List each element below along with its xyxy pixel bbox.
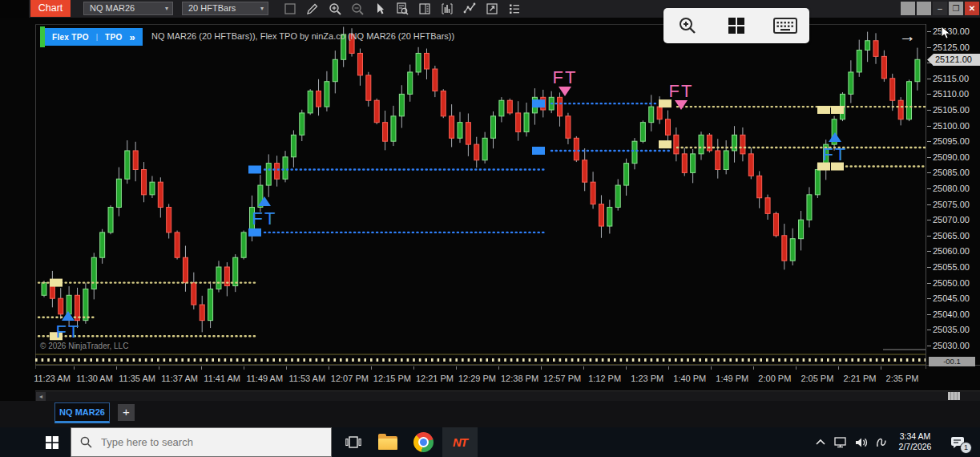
folder-icon — [378, 436, 397, 450]
chart-trader-icon[interactable] — [417, 2, 432, 17]
flex-tpo-toolbar[interactable]: Flex TPO | TPO » — [40, 28, 143, 46]
draw-pencil-icon[interactable] — [304, 2, 320, 17]
network-ethernet-icon — [834, 437, 848, 448]
volume-button[interactable] — [851, 427, 872, 457]
price-tick-label: 25050.00 — [933, 277, 970, 289]
flex-tpo-button[interactable]: Flex TPO — [52, 33, 89, 42]
window-extra-button[interactable] — [901, 2, 915, 15]
zoom-out-icon[interactable] — [349, 2, 365, 17]
scroll-left-arrow[interactable]: ◂ — [36, 392, 46, 401]
indicator-list-icon[interactable] — [506, 2, 522, 17]
goto-latest-arrow[interactable]: → — [899, 26, 916, 46]
window-titlebar[interactable]: Chart NQ MAR26 ▾ 20 HFTBars ▾ – ❐ ✕ — [0, 0, 980, 18]
overlay-capture-toolbar[interactable] — [663, 8, 809, 43]
tpo-button[interactable]: TPO — [105, 33, 122, 42]
bar-type-icon[interactable] — [439, 2, 454, 17]
zoom-in-icon[interactable] — [327, 2, 342, 17]
interval-dropdown[interactable]: 20 HFTBars ▾ — [182, 2, 268, 15]
drawing-line-icon[interactable] — [462, 2, 477, 17]
price-tick-label: 25090.00 — [933, 152, 970, 163]
time-axis-tick — [159, 366, 159, 370]
add-tab-button[interactable]: + — [118, 404, 135, 421]
price-tick-label: 25035.00 — [933, 324, 970, 335]
price-axis[interactable]: 25130.0025125.0025120.0025115.0025110.00… — [926, 24, 980, 369]
magnifier-plus-icon[interactable] — [671, 11, 704, 40]
time-tick-label: 11:23 AM — [30, 374, 75, 383]
instrument-value: NQ MAR26 — [90, 2, 135, 15]
last-price-tag: 25121.00 — [927, 54, 980, 66]
time-axis-tick — [626, 366, 627, 370]
time-axis-tick — [456, 366, 457, 370]
action-center-button[interactable]: 1 — [942, 427, 974, 457]
scroll-resize-grip[interactable] — [948, 392, 960, 400]
chrome-button[interactable] — [405, 427, 441, 457]
time-tick-label: 11:37 AM — [157, 374, 202, 383]
time-tick-label: 12:29 PM — [455, 374, 500, 383]
price-tick-label: 25040.00 — [933, 309, 970, 320]
minimize-button[interactable]: – — [933, 2, 947, 15]
price-tick-label: 25065.00 — [933, 230, 970, 241]
time-tick-label: 12:38 PM — [498, 374, 542, 383]
time-tick-label: 1:23 PM — [625, 374, 670, 383]
taskbar-search[interactable] — [71, 427, 332, 457]
price-tick-label: 25060.00 — [933, 245, 970, 257]
price-tick-label: 25045.00 — [933, 293, 970, 304]
network-button[interactable] — [830, 427, 851, 457]
time-tick-label: 12:57 PM — [540, 374, 585, 383]
ninjatrader-icon: NT — [453, 435, 467, 449]
time-tick-label: 11:30 AM — [72, 374, 117, 383]
tab-nq-mar26[interactable]: NQ MAR26 — [54, 402, 110, 423]
chart-properties-icon[interactable] — [484, 2, 499, 17]
windows-ink-icon — [875, 436, 888, 449]
ninjatrader-button[interactable]: NT — [442, 427, 478, 457]
time-tick-label: 12:21 PM — [412, 374, 457, 383]
chart-title: NQ MAR26 (20 HFTBars)), Flex TPO by ninZ… — [151, 31, 454, 41]
notification-badge: 1 — [960, 442, 972, 454]
start-button[interactable] — [35, 427, 69, 457]
price-tick-label: 25080.00 — [933, 183, 970, 194]
cursor-pointer-icon[interactable] — [372, 2, 387, 17]
time-axis-tick — [413, 366, 414, 370]
chart-menu-button[interactable]: Chart — [30, 0, 71, 17]
window-extra-button[interactable] — [917, 2, 931, 15]
taskbar-clock[interactable]: 3:34 AM 2/7/2026 — [891, 427, 939, 457]
expand-chevron-icon[interactable]: » — [130, 31, 135, 43]
tray-chevron-button[interactable] — [811, 427, 830, 457]
close-button[interactable]: ✕ — [965, 2, 979, 15]
lower-panel-value: -00.1 — [929, 357, 975, 366]
file-explorer-button[interactable] — [370, 427, 405, 457]
time-axis-tick — [329, 366, 329, 370]
chevron-down-icon: ▾ — [260, 2, 264, 15]
touch-keyboard-icon[interactable] — [769, 11, 801, 40]
window-controls: – ❐ ✕ — [901, 2, 979, 15]
time-axis-tick — [541, 366, 542, 370]
speaker-volume-icon — [855, 436, 868, 449]
search-input[interactable] — [99, 435, 311, 449]
instrument-dropdown[interactable]: NQ MAR26 ▾ — [83, 2, 173, 15]
clock-time: 3:34 AM — [891, 431, 939, 442]
chrome-icon — [413, 432, 434, 452]
horizontal-scrollbar[interactable]: ◂ — [35, 390, 980, 402]
svg-text:FT: FT — [823, 144, 848, 164]
time-axis-tick — [583, 366, 584, 370]
restore-button[interactable]: ❐ — [949, 2, 963, 15]
price-tick-label: 25095.00 — [933, 135, 970, 147]
time-axis[interactable]: 11:23 AM11:30 AM11:35 AM11:37 AM11:41 AM… — [35, 365, 980, 390]
region-square-icon[interactable] — [282, 2, 297, 17]
time-tick-label: 11:53 AM — [284, 374, 329, 383]
time-tick-label: 11:49 AM — [242, 374, 287, 383]
price-tick-label: 25055.00 — [933, 261, 970, 273]
price-chart-plot[interactable]: FTFTFTFTFT — [35, 24, 926, 369]
task-view-icon — [345, 435, 361, 449]
data-box-icon[interactable] — [394, 2, 409, 17]
chart-toolbar — [282, 1, 522, 17]
svg-text:FT: FT — [553, 67, 578, 87]
time-axis-tick — [116, 366, 117, 370]
time-tick-label: 1:40 PM — [667, 374, 712, 383]
windows-ink-button[interactable] — [872, 427, 891, 457]
time-tick-label: 12:07 PM — [327, 374, 372, 383]
chevron-down-icon: ▾ — [165, 2, 168, 15]
task-view-button[interactable] — [337, 427, 370, 457]
time-tick-label: 12:15 PM — [369, 374, 414, 383]
grid-squares-icon[interactable] — [720, 11, 752, 40]
